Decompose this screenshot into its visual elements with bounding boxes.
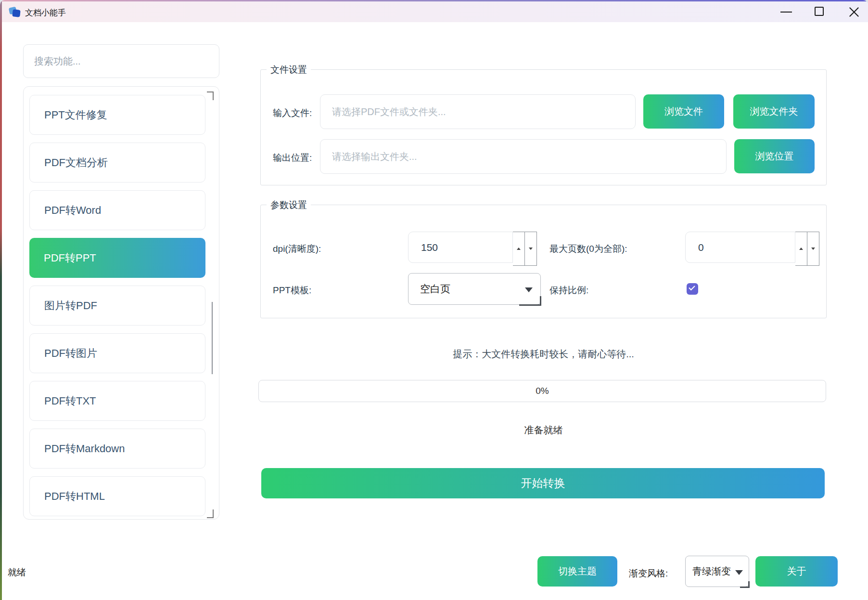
app-logo-icon [9, 6, 21, 18]
ppt-template-dropdown[interactable]: 空白页 [408, 273, 541, 305]
maximize-icon[interactable] [808, 1, 830, 22]
scrollbar-bottom-mark [207, 509, 214, 518]
minimize-icon[interactable] [775, 1, 797, 22]
spin-down-icon[interactable] [525, 232, 537, 266]
dpi-value[interactable]: 150 [408, 232, 513, 263]
output-location-field[interactable] [320, 139, 727, 174]
conversion-status: 准备就绪 [260, 424, 827, 437]
start-convert-button[interactable]: 开始转换 [261, 468, 825, 498]
keep-ratio-label: 保持比例: [549, 284, 588, 297]
keep-ratio-checkbox[interactable] [687, 283, 698, 295]
toggle-theme-button[interactable]: 切换主题 [537, 556, 617, 587]
window-title: 文档小能手 [25, 7, 66, 18]
dpi-label: dpi(清晰度): [273, 243, 321, 255]
sidebar-item-8[interactable]: PDF转Markdown [29, 429, 205, 469]
scrollbar-top-mark [207, 91, 214, 100]
sidebar-item-5[interactable]: 图片转PDF [29, 286, 205, 326]
browse-file-button[interactable]: 浏览文件 [643, 94, 724, 129]
sidebar-item-7[interactable]: PDF转TXT [29, 381, 205, 421]
checkmark-icon [689, 284, 695, 290]
ppt-template-label: PPT模板: [273, 284, 311, 297]
max-pages-label: 最大页数(0为全部): [549, 243, 627, 255]
browse-folder-button[interactable]: 浏览文件夹 [733, 94, 815, 129]
max-pages-value[interactable]: 0 [685, 232, 795, 263]
sidebar-item-9[interactable]: PDF转HTML [29, 476, 205, 516]
input-file-label: 输入文件: [273, 107, 312, 119]
file-settings-title: 文件设置 [267, 64, 311, 76]
progress-text: 0% [536, 386, 549, 396]
gradient-style-dropdown[interactable]: 青绿渐变 [685, 556, 749, 587]
dpi-spinner[interactable]: 150 [408, 232, 537, 266]
about-button[interactable]: 关于 [755, 556, 838, 587]
sidebar-item-3[interactable]: PDF转Word [29, 190, 205, 230]
spin-up-icon[interactable] [795, 232, 807, 266]
chevron-down-icon [525, 287, 533, 292]
sidebar-item-6[interactable]: PDF转图片 [29, 333, 205, 373]
conversion-tip: 提示：大文件转换耗时较长，请耐心等待... [260, 348, 827, 361]
gradient-style-value: 青绿渐变 [692, 565, 731, 578]
dropdown-corner-artifact [519, 296, 541, 306]
titlebar: 文档小能手 [2, 1, 868, 22]
browse-location-button[interactable]: 浏览位置 [734, 139, 815, 173]
sidebar-item-1[interactable]: PPT文件修复 [29, 95, 205, 135]
search-input[interactable] [23, 44, 219, 78]
window-left-border [0, 1, 2, 600]
spin-up-icon[interactable] [513, 232, 525, 266]
function-list: PPT文件修复PDF文档分析PDF转WordPDF转PPT图片转PDFPDF转图… [23, 86, 219, 520]
spin-down-icon[interactable] [807, 232, 819, 266]
progress-bar: 0% [258, 380, 826, 402]
chevron-down-icon [735, 570, 743, 575]
max-pages-spinner[interactable]: 0 [685, 232, 819, 266]
sidebar-item-2[interactable]: PDF文档分析 [29, 143, 205, 183]
ppt-template-value: 空白页 [420, 282, 450, 296]
sidebar-item-4[interactable]: PDF转PPT [29, 238, 205, 278]
app-window: 文档小能手 PPT文件修复PDF文档分析PDF转WordPDF转PPT图片转PD… [0, 0, 868, 600]
output-location-label: 输出位置: [273, 152, 312, 164]
input-file-field[interactable] [320, 94, 636, 129]
close-icon[interactable] [842, 1, 865, 22]
gradient-style-label: 渐变风格: [629, 567, 668, 580]
status-text: 就绪 [8, 566, 26, 579]
scrollbar-handle[interactable] [212, 302, 213, 374]
dropdown-corner-artifact [740, 581, 750, 588]
param-settings-title: 参数设置 [267, 199, 311, 211]
